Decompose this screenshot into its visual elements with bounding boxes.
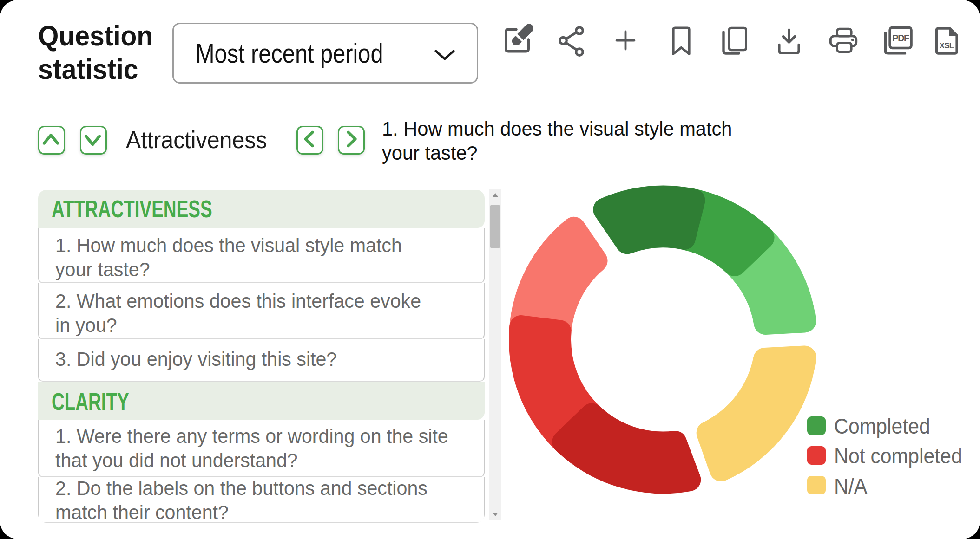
svg-text:XSL: XSL	[940, 41, 954, 50]
svg-text:PDF: PDF	[892, 33, 909, 43]
